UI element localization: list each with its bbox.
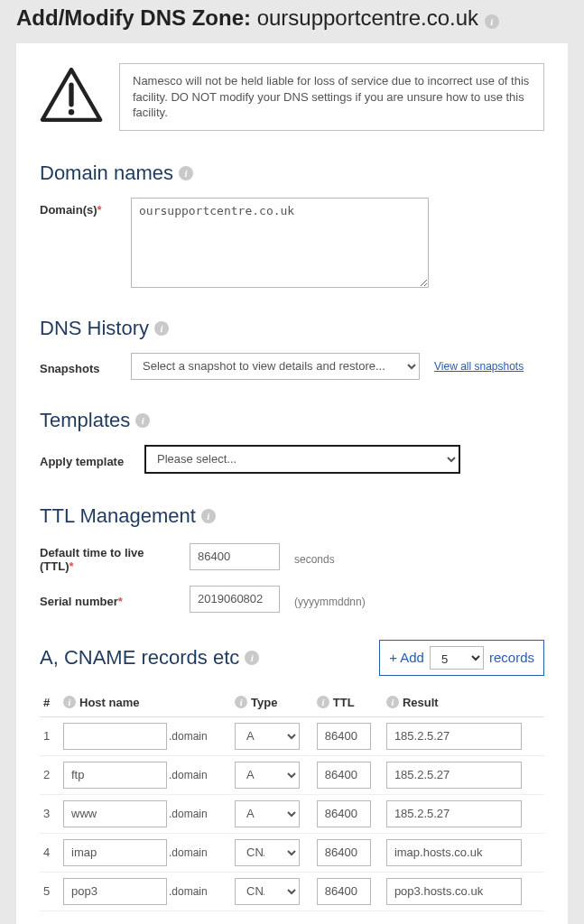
host-input[interactable] [63, 878, 167, 905]
type-select[interactable]: CNAME [235, 878, 300, 905]
default-ttl-label: Default time to live (TTL)* [40, 541, 175, 573]
host-input[interactable] [63, 800, 167, 827]
type-select[interactable]: A [235, 800, 300, 827]
th-num: # [40, 688, 60, 717]
row-number: 2 [40, 755, 60, 794]
default-ttl-input[interactable] [190, 543, 280, 570]
info-icon[interactable]: i [135, 413, 150, 428]
table-row: 1.domainA [40, 716, 544, 755]
table-row: 3.domainA [40, 794, 544, 833]
serial-input[interactable] [190, 586, 280, 613]
domain-suffix: .domain [167, 808, 208, 820]
template-select[interactable]: Please select... [144, 445, 460, 474]
domain-suffix: .domain [167, 885, 208, 898]
info-icon[interactable]: i [245, 651, 259, 665]
add-records-link[interactable]: + Add [389, 650, 424, 665]
type-select[interactable]: CNAME [235, 839, 300, 866]
snapshot-select[interactable]: Select a snapshot to view details and re… [131, 353, 420, 380]
add-records-box: + Add 5 records [379, 640, 544, 676]
result-input[interactable] [386, 723, 522, 750]
table-row: 5.domainCNAME [40, 872, 544, 910]
section-templates-label: Templates [40, 409, 130, 432]
ttl-input[interactable] [317, 762, 371, 789]
info-icon[interactable]: i [154, 321, 169, 336]
info-icon[interactable]: i [63, 696, 76, 708]
host-input[interactable] [63, 723, 167, 750]
th-ttl: iTTL [313, 688, 383, 717]
row-number: 3 [40, 794, 60, 833]
main-card: Namesco will not be held liable for loss… [16, 43, 568, 924]
ttl-input[interactable] [317, 800, 371, 827]
records-table: # iHost name iType iTTL iResult 1.domain… [40, 688, 544, 911]
section-templates: Templates i [40, 409, 544, 432]
serial-label: Serial number* [40, 589, 175, 608]
add-records-suffix[interactable]: records [489, 650, 534, 665]
info-icon[interactable]: i [235, 696, 247, 708]
apply-template-label: Apply template [40, 449, 130, 468]
section-records-label: A, CNAME records etc [40, 646, 239, 670]
row-number: 1 [40, 716, 60, 755]
warning-icon [40, 68, 103, 125]
domains-textarea[interactable] [131, 198, 429, 288]
info-icon[interactable]: i [201, 509, 216, 523]
warning-banner: Namesco will not be held liable for loss… [40, 63, 544, 131]
table-row: 4.domainCNAME [40, 833, 544, 872]
type-select[interactable]: A [235, 723, 300, 750]
info-icon[interactable]: i [317, 696, 329, 708]
th-result: iResult [383, 688, 544, 717]
serial-hint: (yyyymmddnn) [294, 590, 366, 608]
add-records-count[interactable]: 5 [430, 646, 484, 670]
result-input[interactable] [386, 839, 522, 866]
section-ttl-label: TTL Management [40, 504, 196, 528]
result-input[interactable] [386, 762, 522, 789]
snapshots-label: Snapshots [40, 356, 116, 375]
result-input[interactable] [386, 878, 522, 905]
section-records: A, CNAME records etc i [40, 646, 259, 670]
info-icon[interactable]: i [386, 696, 399, 708]
ttl-input[interactable] [317, 723, 371, 750]
result-input[interactable] [386, 800, 522, 827]
domain-suffix: .domain [167, 846, 208, 859]
svg-point-2 [69, 109, 74, 115]
type-select[interactable]: A [235, 762, 300, 789]
section-domain-names: Domain names i [40, 162, 544, 185]
domain-suffix: .domain [167, 730, 208, 743]
info-icon[interactable]: i [485, 14, 499, 29]
info-icon[interactable]: i [179, 166, 193, 180]
th-host: iHost name [60, 688, 231, 717]
host-input[interactable] [63, 762, 167, 789]
ttl-input[interactable] [317, 878, 371, 905]
domain-suffix: .domain [167, 769, 208, 781]
section-domain-names-label: Domain names [40, 162, 173, 185]
section-dns-history: DNS History i [40, 317, 544, 340]
table-row: 2.domainA [40, 755, 544, 794]
th-type: iType [231, 688, 313, 717]
host-input[interactable] [63, 839, 167, 866]
row-number: 4 [40, 833, 60, 872]
view-all-snapshots-link[interactable]: View all snapshots [434, 360, 524, 373]
seconds-hint: seconds [294, 548, 335, 566]
title-prefix: Add/Modify DNS Zone: [16, 5, 257, 30]
title-domain: oursupportcentre.co.uk [257, 5, 478, 30]
domains-label: Domain(s)* [40, 198, 116, 217]
row-number: 5 [40, 872, 60, 910]
section-dns-history-label: DNS History [40, 317, 149, 340]
ttl-input[interactable] [317, 839, 371, 866]
page-title: Add/Modify DNS Zone: oursupportcentre.co… [0, 0, 584, 40]
warning-text: Namesco will not be held liable for loss… [119, 63, 544, 131]
section-ttl: TTL Management i [40, 504, 544, 528]
